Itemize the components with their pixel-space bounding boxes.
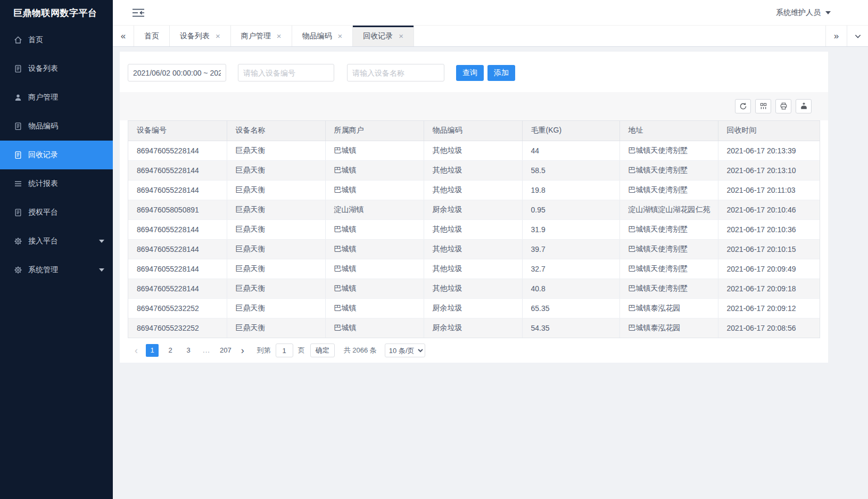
cell-recycle-time: 2021-06-17 20:09:12 bbox=[718, 298, 820, 318]
sidebar-item-authorization-platform[interactable]: 授权平台 bbox=[0, 198, 113, 227]
page-button-207[interactable]: 207 bbox=[218, 344, 233, 357]
cell-address: 巴城镇天使湾别墅 bbox=[619, 141, 718, 160]
tabs-scroll-left-button[interactable]: « bbox=[113, 26, 134, 46]
chevron-down-icon bbox=[99, 268, 104, 272]
cell-merchant: 淀山湖镇 bbox=[325, 200, 424, 219]
home-icon bbox=[14, 36, 22, 44]
device-number-input[interactable] bbox=[238, 64, 334, 81]
cell-merchant: 巴城镇 bbox=[325, 259, 424, 279]
tab-recycle-records[interactable]: 回收记录× bbox=[353, 26, 414, 46]
sidebar-item-item-code[interactable]: 物品编码 bbox=[0, 112, 113, 141]
cell-address: 巴城镇天使湾别墅 bbox=[619, 279, 718, 298]
cell-item-code: 其他垃圾 bbox=[424, 160, 522, 180]
tab-home[interactable]: 首页 bbox=[134, 26, 170, 46]
table-row: 869476055228144巨鼎天衡巴城镇其他垃圾31.9巴城镇天使湾别墅20… bbox=[128, 219, 820, 239]
page-size-select[interactable]: 10 条/页 bbox=[385, 343, 425, 357]
user-menu[interactable]: 系统维护人员 bbox=[776, 8, 831, 18]
gear-icon bbox=[14, 237, 22, 246]
clipboard-icon bbox=[14, 64, 22, 73]
table-row: 869476055228144巨鼎天衡巴城镇其他垃圾58.5巴城镇天使湾别墅20… bbox=[128, 160, 820, 180]
query-button[interactable]: 查询 bbox=[456, 65, 484, 81]
tab-item-code[interactable]: 物品编码× bbox=[292, 26, 353, 46]
page-button-1[interactable]: 1 bbox=[146, 344, 159, 357]
sidebar-item-statistics-report[interactable]: 统计报表 bbox=[0, 169, 113, 198]
column-header-device-no: 设备编号 bbox=[128, 121, 227, 141]
refresh-button[interactable] bbox=[735, 99, 751, 113]
sidebar-item-access-platform[interactable]: 接入平台 bbox=[0, 227, 113, 256]
sidebar-item-recycle-records[interactable]: 回收记录 bbox=[0, 141, 113, 169]
collapse-sidebar-icon[interactable] bbox=[132, 8, 145, 18]
column-header-address: 地址 bbox=[619, 121, 718, 141]
pagination-pages: 123...207 bbox=[143, 344, 236, 357]
sidebar-item-device-list[interactable]: 设备列表 bbox=[0, 54, 113, 83]
table-row: 869476058050891巨鼎天衡淀山湖镇厨余垃圾0.95淀山湖镇淀山湖花园… bbox=[128, 200, 820, 219]
sidebar-item-label: 设备列表 bbox=[28, 64, 58, 73]
table-row: 869476055228144巨鼎天衡巴城镇其他垃圾19.8巴城镇天使湾别墅20… bbox=[128, 180, 820, 200]
sidebar-menu: 首页设备列表商户管理物品编码回收记录统计报表授权平台接入平台系统管理 bbox=[0, 26, 113, 284]
clipboard-icon bbox=[14, 208, 22, 217]
tab-label: 回收记录 bbox=[363, 31, 393, 41]
previous-page-button[interactable]: ‹ bbox=[129, 346, 143, 355]
gear-icon bbox=[14, 266, 22, 274]
cell-device-name: 巨鼎天衡 bbox=[227, 279, 325, 298]
columns-button[interactable] bbox=[755, 99, 771, 113]
close-icon[interactable]: × bbox=[216, 32, 220, 40]
sidebar-item-label: 授权平台 bbox=[28, 208, 58, 217]
cell-device-name: 巨鼎天衡 bbox=[227, 219, 325, 239]
cell-gross-weight: 65.35 bbox=[522, 298, 619, 318]
cell-device-name: 巨鼎天衡 bbox=[227, 298, 325, 318]
tabs-scroll-right-button[interactable]: » bbox=[825, 26, 847, 46]
close-icon[interactable]: × bbox=[399, 32, 403, 40]
sidebar-item-merchant-management[interactable]: 商户管理 bbox=[0, 83, 113, 112]
clipboard-icon bbox=[14, 151, 22, 159]
column-header-recycle-time: 回收时间 bbox=[718, 121, 820, 141]
jump-page-input[interactable] bbox=[276, 343, 293, 357]
close-icon[interactable]: × bbox=[338, 32, 343, 40]
user-icon bbox=[14, 93, 22, 102]
date-range-input[interactable] bbox=[128, 64, 226, 81]
add-button[interactable]: 添加 bbox=[487, 65, 515, 81]
sidebar-item-label: 回收记录 bbox=[28, 150, 58, 160]
cell-device-no: 869476055228144 bbox=[128, 239, 227, 259]
page-button-2[interactable]: 2 bbox=[164, 344, 177, 357]
cell-recycle-time: 2021-06-17 20:13:10 bbox=[718, 160, 820, 180]
cell-device-no: 869476055228144 bbox=[128, 180, 227, 200]
cell-device-no: 869476055228144 bbox=[128, 259, 227, 279]
cell-item-code: 其他垃圾 bbox=[424, 141, 522, 160]
lines-icon bbox=[14, 179, 22, 188]
sidebar-item-label: 接入平台 bbox=[28, 236, 58, 246]
cell-gross-weight: 39.7 bbox=[522, 239, 619, 259]
tab-device-list[interactable]: 设备列表× bbox=[170, 26, 231, 46]
table-row: 869476055232252巨鼎天衡巴城镇厨余垃圾65.35巴城镇泰泓花园20… bbox=[128, 298, 820, 318]
tab-label: 物品编码 bbox=[302, 31, 332, 41]
cell-device-name: 巨鼎天衡 bbox=[227, 239, 325, 259]
records-table-wrap: 设备编号设备名称所属商户物品编码毛重(KG)地址回收时间 86947605522… bbox=[128, 120, 820, 338]
cell-device-no: 869476055228144 bbox=[128, 279, 227, 298]
tab-merchant-management[interactable]: 商户管理× bbox=[231, 26, 292, 46]
cell-device-no: 869476055228144 bbox=[128, 219, 227, 239]
next-page-button[interactable]: › bbox=[236, 346, 250, 355]
chevron-down-icon bbox=[825, 11, 831, 14]
export-button[interactable] bbox=[796, 99, 812, 113]
sidebar-item-system-management[interactable]: 系统管理 bbox=[0, 256, 113, 284]
page-button-3[interactable]: 3 bbox=[182, 344, 195, 357]
cell-recycle-time: 2021-06-17 20:09:18 bbox=[718, 279, 820, 298]
device-name-input[interactable] bbox=[347, 64, 444, 81]
cell-device-no: 869476055232252 bbox=[128, 318, 227, 338]
print-icon bbox=[780, 102, 788, 110]
sidebar-item-label: 商户管理 bbox=[28, 93, 58, 102]
print-button[interactable] bbox=[775, 99, 791, 113]
user-name: 系统维护人员 bbox=[776, 8, 821, 18]
close-icon[interactable]: × bbox=[277, 32, 282, 40]
cell-device-no: 869476055228144 bbox=[128, 160, 227, 180]
table-row: 869476055228144巨鼎天衡巴城镇其他垃圾44巴城镇天使湾别墅2021… bbox=[128, 141, 820, 160]
table-header-row: 设备编号设备名称所属商户物品编码毛重(KG)地址回收时间 bbox=[128, 121, 820, 141]
cell-address: 巴城镇天使湾别墅 bbox=[619, 160, 718, 180]
total-count-label: 共 2066 条 bbox=[344, 346, 377, 355]
cell-gross-weight: 32.7 bbox=[522, 259, 619, 279]
tabs-menu-button[interactable] bbox=[847, 26, 868, 46]
columns-icon bbox=[759, 102, 767, 110]
sidebar-item-home[interactable]: 首页 bbox=[0, 26, 113, 54]
confirm-jump-button[interactable]: 确定 bbox=[310, 343, 335, 357]
column-header-merchant: 所属商户 bbox=[325, 121, 424, 141]
